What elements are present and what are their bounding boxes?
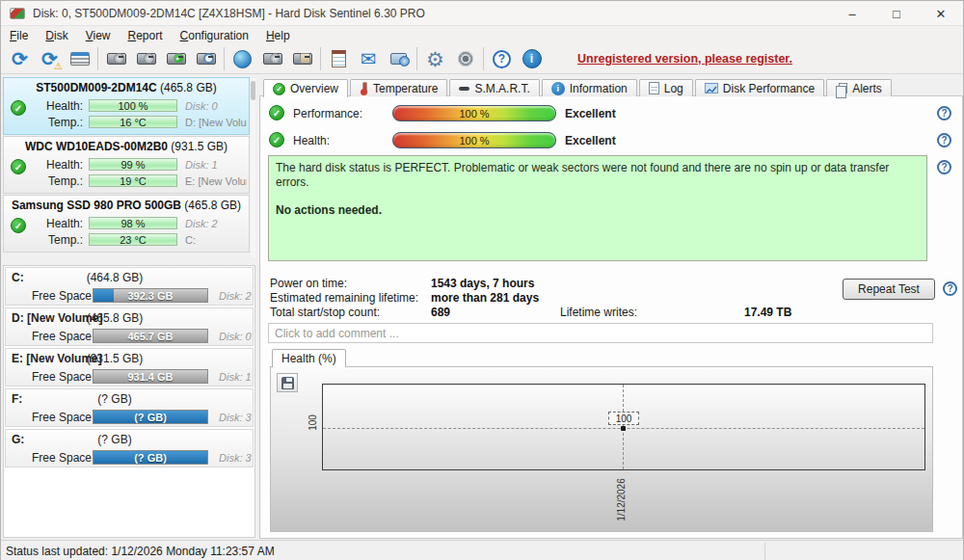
save-chart-button[interactable] <box>277 373 298 392</box>
minimize-icon: – <box>848 7 855 21</box>
disk-seek-button[interactable] <box>191 45 221 72</box>
partition-disk: Disk: 3 <box>219 452 252 464</box>
free-space-label: Free Space <box>32 411 92 424</box>
register-link[interactable]: Unregistered version, please register. <box>577 52 792 66</box>
status-bar: Status last updated: 1/12/2026 Monday 11… <box>1 540 963 560</box>
toolbar-separator <box>416 47 417 70</box>
maximize-button[interactable]: □ <box>874 1 919 26</box>
disk-item-samsung-ssd-980[interactable]: Samsung SSD 980 PRO 500GB (465.8 GB) ✓ H… <box>3 195 250 253</box>
menu-configuration[interactable]: Configuration <box>172 28 257 43</box>
disk-model: Samsung SSD 980 PRO 500GB <box>12 199 181 212</box>
free-space-bar: 392.3 GB <box>93 288 208 303</box>
health-label: Health: <box>23 99 83 113</box>
partition-item-g[interactable]: G: (? GB) Free Space (? GB) Disk: 3 <box>5 429 254 467</box>
free-space-value: (? GB) <box>134 412 167 423</box>
about-button[interactable]: i <box>517 45 547 72</box>
disk-status-textbox: The hard disk status is PERFECT. Problem… <box>268 155 927 261</box>
help-button[interactable]: ? <box>487 45 517 72</box>
health-ok-icon: ✓ <box>269 132 284 147</box>
tab-smart[interactable]: S.M.A.R.T. <box>449 79 539 96</box>
status-bar-text: Status last updated: 1/12/2026 Monday 11… <box>1 545 275 558</box>
lifetime-writes-value: 17.49 TB <box>744 306 791 319</box>
disk-toolbox-button[interactable] <box>287 45 317 72</box>
disk-volume: D: [New Volume] <box>185 117 247 128</box>
disk-size: (465.8 GB) <box>184 199 241 212</box>
online-status-button[interactable] <box>228 45 257 72</box>
disk-size: (931.5 GB) <box>171 140 228 153</box>
disk-select-button[interactable] <box>101 45 131 72</box>
comment-input[interactable] <box>268 323 933 343</box>
close-button[interactable]: ✕ <box>919 1 963 26</box>
tab-label: Alerts <box>852 82 882 95</box>
health-rating: Excellent <box>565 134 616 147</box>
tab-label: Log <box>664 82 683 95</box>
log-document-icon <box>649 82 659 94</box>
partition-item-c[interactable]: C: (464.8 GB) Free Space 392.3 GB Disk: … <box>5 267 254 306</box>
menu-file[interactable]: File <box>1 28 37 43</box>
menu-view[interactable]: View <box>77 28 120 43</box>
minimize-button[interactable]: – <box>830 1 874 26</box>
tab-disk-performance[interactable]: Disk Performance <box>695 79 824 96</box>
settings-button[interactable]: ⚙ <box>420 45 450 72</box>
chart-plot-area: 100 <box>322 384 925 470</box>
temp-label: Temp.: <box>23 233 83 247</box>
partition-item-f[interactable]: F: (? GB) Free Space (? GB) Disk: 3 <box>5 388 254 427</box>
sound-icon <box>458 51 473 67</box>
disk-test-button[interactable]: ✓ <box>161 45 191 72</box>
performance-chart-icon <box>705 83 718 93</box>
reanalyse-button[interactable]: ⟳⚠ <box>35 45 65 72</box>
report-button[interactable] <box>324 45 354 72</box>
disk-hardware-button[interactable] <box>257 45 287 72</box>
tab-information[interactable]: iInformation <box>542 79 637 96</box>
x-axis-tick: 1/12/2026 <box>616 472 627 528</box>
free-space-bar: (? GB) <box>93 450 208 465</box>
status-action-text: No actions needed. <box>276 203 920 218</box>
disk-list-scrollbar[interactable] <box>251 78 255 257</box>
settings-gear-icon: ⚙ <box>426 49 444 69</box>
overview-panel: ✓ Performance: 100 % Excellent ? ✓ Healt… <box>259 95 963 539</box>
send-mail-button[interactable]: ✉ <box>354 45 384 72</box>
health-row: ✓ Health: 100 % Excellent ? <box>260 132 962 149</box>
free-space-bar: 465.7 GB <box>93 329 208 343</box>
disk-item-wdc-wd10eads[interactable]: WDC WD10EADS-00M2B0 (931.5 GB) ✓ Health:… <box>3 136 250 194</box>
refresh-button[interactable]: ⟳ <box>5 45 35 72</box>
start-stop-label: Total start/stop count: <box>270 306 380 319</box>
partition-item-d[interactable]: D: [New Volume] (465.8 GB) Free Space 46… <box>5 307 254 346</box>
floppy-save-icon <box>281 377 294 389</box>
repeat-test-help-icon[interactable]: ? <box>943 281 957 296</box>
partition-size: (931.5 GB) <box>6 352 224 365</box>
tab-alerts[interactable]: Alerts <box>826 79 892 96</box>
tab-temperature[interactable]: Temperature <box>350 79 447 96</box>
health-chart-tab[interactable]: Health (%) <box>272 349 346 367</box>
power-on-value: 1543 days, 7 hours <box>431 277 534 290</box>
tab-label: Information <box>570 82 628 95</box>
tab-label: Overview <box>290 82 338 95</box>
partition-item-e[interactable]: E: [New Volume] (931.5 GB) Free Space 93… <box>5 348 254 387</box>
hard-disk-sentinel-window: Disk: 0, ST500DM009-2DM14C [Z4X18HSM] - … <box>0 0 964 560</box>
repeat-test-button[interactable]: Repeat Test <box>843 279 935 300</box>
menu-disk[interactable]: Disk <box>37 28 76 43</box>
health-bar: 100 % <box>89 99 177 112</box>
menu-help[interactable]: Help <box>257 28 299 43</box>
scrollbar-thumb[interactable] <box>251 81 255 100</box>
power-on-label: Power on time: <box>270 277 347 290</box>
disk-surface-button[interactable] <box>65 45 94 72</box>
tab-overview[interactable]: ✓Overview <box>263 79 348 97</box>
tab-log[interactable]: Log <box>639 79 693 96</box>
remote-monitor-button[interactable] <box>384 45 414 72</box>
disk-size: (465.8 GB) <box>160 81 217 94</box>
performance-help-icon[interactable]: ? <box>937 106 951 120</box>
status-help-icon[interactable]: ? <box>937 160 951 174</box>
free-space-bar: (? GB) <box>93 410 208 424</box>
tab-bar: ✓Overview Temperature S.M.A.R.T. iInform… <box>263 78 892 96</box>
disk-item-st500dm009[interactable]: ST500DM009-2DM14C (465.8 GB) ✓ Health: 1… <box>3 77 250 135</box>
health-help-icon[interactable]: ? <box>937 133 951 147</box>
tab-label: Temperature <box>373 82 438 95</box>
disk-schedule-button[interactable] <box>131 45 161 72</box>
performance-gauge: 100 % <box>392 105 556 121</box>
partition-size: (465.8 GB) <box>6 311 224 325</box>
start-stop-value: 689 <box>431 306 450 319</box>
free-space-value: (? GB) <box>134 452 167 464</box>
sound-settings-button[interactable] <box>450 45 480 72</box>
menu-report[interactable]: Report <box>120 28 172 43</box>
